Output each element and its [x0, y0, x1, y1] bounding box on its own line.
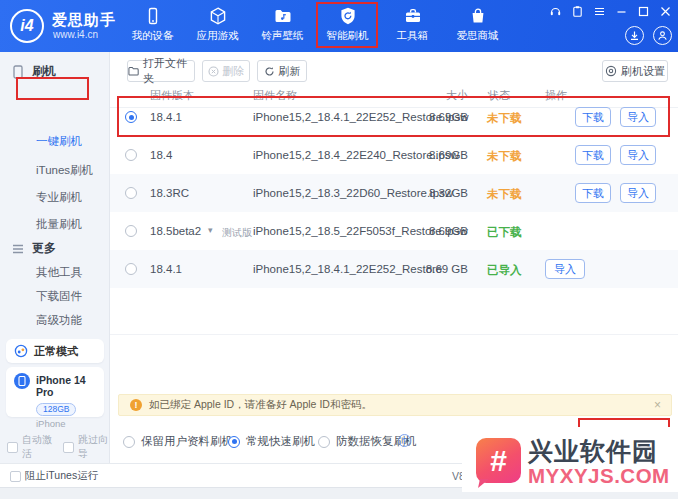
nav-label: 铃声壁纸: [262, 29, 304, 43]
nav-label: 智能刷机: [327, 29, 369, 43]
sidebar-item-itunes-flash[interactable]: iTunes刷机: [36, 163, 93, 178]
firmware-version: 18.4.1: [150, 111, 182, 123]
apple-id-notice: ! 如已绑定 Apple ID，请准备好 Apple ID和密码。 ×: [118, 394, 672, 416]
sidebar-checkboxes: 自动激活 跳过向导: [7, 433, 109, 461]
firmware-version: 18.4.1: [150, 263, 182, 275]
import-button[interactable]: 导入: [545, 259, 585, 279]
skip-setup-checkbox[interactable]: 跳过向导: [63, 433, 109, 461]
support-headset-icon[interactable]: [549, 5, 562, 18]
radio-icon: [318, 436, 330, 448]
feedback-clipboard-icon[interactable]: [571, 5, 584, 18]
minimize-icon[interactable]: [615, 5, 628, 18]
mode-label: 正常模式: [34, 344, 78, 359]
nav-smart-flash[interactable]: 智能刷机: [315, 0, 380, 52]
beta-tag: 测试版: [222, 226, 252, 240]
import-button[interactable]: 导入: [620, 183, 656, 203]
refresh-button[interactable]: 刷新: [257, 60, 307, 82]
row-radio[interactable]: [125, 149, 137, 161]
nav-label: 爱思商城: [457, 29, 499, 43]
status-badge: 已下载: [487, 225, 522, 240]
mode-panel[interactable]: 正常模式: [6, 339, 104, 363]
row-radio[interactable]: [125, 187, 137, 199]
option-label: 常规快速刷机: [246, 434, 315, 449]
download-button[interactable]: 下载: [575, 145, 611, 165]
device-name: iPhone 14 Pro: [36, 374, 104, 398]
nav-i4-store[interactable]: 爱思商城: [445, 0, 510, 52]
firmware-version: 18.3RC: [150, 187, 189, 199]
top-nav: 我的设备 应用游戏 铃声壁纸 智能刷机: [120, 0, 510, 52]
import-button[interactable]: 导入: [620, 145, 656, 165]
checkbox-label: 自动激活: [22, 433, 53, 461]
auto-activate-checkbox[interactable]: 自动激活: [7, 433, 53, 461]
checkbox-icon: [63, 442, 74, 453]
more-lines-icon: [12, 244, 24, 254]
sidebar-item-other-tools[interactable]: 其他工具: [36, 265, 82, 280]
table-row[interactable]: 18.5beta2 ▾ 测试版 iPhone15,2_18.5_22F5053f…: [110, 212, 678, 250]
sidebar-item-download-firmware[interactable]: 下载固件: [36, 289, 82, 304]
table-row[interactable]: 18.4.1 iPhone15,2_18.4.1_22E252_Restore.…: [110, 98, 678, 136]
option-keep-user-data[interactable]: 保留用户资料刷机: [123, 434, 233, 449]
menu-icon[interactable]: [593, 5, 606, 18]
checkbox-label: 阻止iTunes运行: [25, 469, 98, 483]
nav-my-devices[interactable]: 我的设备: [120, 0, 185, 52]
row-radio[interactable]: [125, 225, 137, 237]
app-window: i4 爱思助手 www.i4.cn 我的设备 应用游戏 铃声壁纸: [0, 0, 678, 499]
checkbox-label: 跳过向导: [78, 433, 109, 461]
table-row[interactable]: 18.4 iPhone15,2_18.4_22E240_Restore.ipsw…: [110, 136, 678, 174]
toolbox-icon: [403, 6, 423, 26]
download-manager-icon[interactable]: [625, 26, 644, 45]
sidebar: 刷机 一键刷机 iTunes刷机 专业刷机 批量刷机 更多 其他工具 下载固件 …: [0, 52, 110, 463]
nav-apps-games[interactable]: 应用游戏: [185, 0, 250, 52]
notice-close-icon[interactable]: ×: [654, 398, 661, 412]
block-itunes-checkbox[interactable]: 阻止iTunes运行: [10, 469, 98, 483]
row-radio[interactable]: [125, 111, 137, 123]
help-icon[interactable]: ?: [398, 434, 411, 447]
folder-music-icon: [273, 6, 293, 26]
sidebar-item-pro-flash[interactable]: 专业刷机: [36, 190, 82, 205]
firmware-version: 18.4: [150, 149, 172, 161]
user-account-icon[interactable]: [653, 26, 672, 45]
radio-icon: [228, 436, 240, 448]
delete-circle-icon: [208, 66, 219, 77]
device-type: iPhone: [36, 418, 104, 429]
button-label: 刷新: [279, 64, 301, 79]
watermark: # 兴业软件园 MYXYJS.COM: [462, 427, 678, 492]
open-folder-button[interactable]: 打开文件夹: [127, 60, 195, 82]
firmware-table: 18.4.1 iPhone15,2_18.4.1_22E252_Restore.…: [110, 98, 678, 288]
download-button[interactable]: 下载: [575, 107, 611, 127]
device-capacity-badge: 128GB: [36, 403, 76, 416]
nav-label: 我的设备: [132, 29, 174, 43]
firmware-version: 18.5beta2: [150, 225, 201, 237]
nav-toolbox[interactable]: 工具箱: [380, 0, 445, 52]
close-icon[interactable]: [659, 5, 672, 18]
sidebar-item-batch-flash[interactable]: 批量刷机: [36, 217, 82, 232]
header: i4 爱思助手 www.i4.cn 我的设备 应用游戏 铃声壁纸: [0, 0, 678, 52]
button-label: 删除: [223, 64, 245, 79]
firmware-size: 8.69 GB: [408, 263, 468, 275]
flash-settings-button[interactable]: 刷机设置: [602, 60, 668, 82]
table-row[interactable]: 18.4.1 iPhone15,2_18.4.1_22E252_Restore …: [110, 250, 678, 288]
watermark-url: MYXYJS.COM: [528, 464, 670, 488]
mode-status-icon: [14, 344, 28, 358]
main-area: 打开文件夹 删除 刷新 刷机设置 固件版本 固件名称 大小 状态 操作 18.4…: [110, 52, 678, 463]
version-dropdown-icon[interactable]: ▾: [208, 225, 213, 235]
delete-button[interactable]: 删除: [202, 60, 250, 82]
radio-icon: [123, 436, 135, 448]
maximize-icon[interactable]: [637, 5, 650, 18]
row-radio[interactable]: [125, 263, 137, 275]
option-standard-fast-flash[interactable]: 常规快速刷机: [228, 434, 315, 449]
sidebar-section-more: 更多: [12, 240, 56, 257]
nav-ringtones-wallpapers[interactable]: 铃声壁纸: [250, 0, 315, 52]
import-button[interactable]: 导入: [620, 107, 656, 127]
watermark-hash-logo: #: [476, 438, 521, 483]
status-badge: 未下载: [487, 187, 522, 202]
table-row[interactable]: 18.3RC iPhone15,2_18.3_22D60_Restore.ips…: [110, 174, 678, 212]
flash-phone-icon: [12, 65, 24, 79]
sidebar-item-advanced[interactable]: 高级功能: [36, 313, 82, 328]
download-button[interactable]: 下载: [575, 183, 611, 203]
sidebar-item-one-click-flash[interactable]: 一键刷机: [36, 134, 82, 149]
cube-icon: [208, 6, 228, 26]
refresh-icon: [264, 66, 275, 77]
device-panel[interactable]: iPhone 14 Pro 128GB iPhone: [6, 367, 104, 417]
settings-icon: [605, 65, 617, 77]
